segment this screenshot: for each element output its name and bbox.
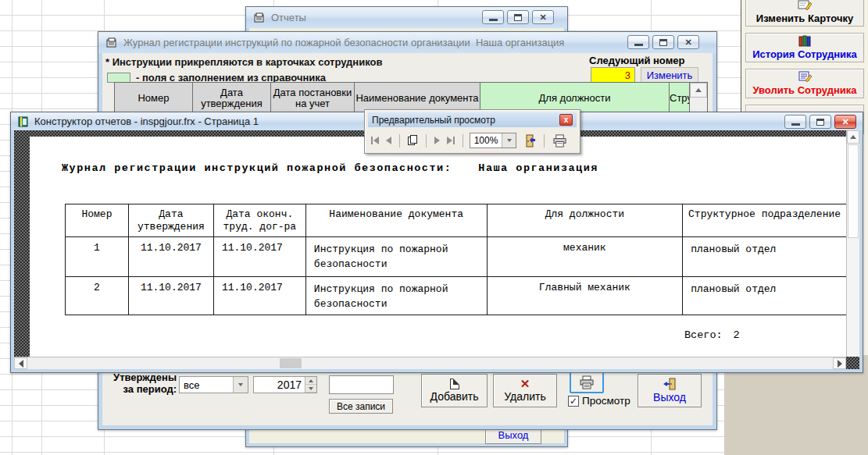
grid-header-number[interactable]: Номер (115, 83, 193, 114)
close-button[interactable]: ✕ (834, 115, 856, 129)
report-total: Всего:2 (684, 329, 751, 341)
last-page-button[interactable] (445, 135, 456, 146)
dismiss-document-icon (798, 71, 812, 83)
next-number-field[interactable]: 3 (591, 67, 635, 83)
preview-checkbox-row[interactable]: ✓ Просмотр (568, 395, 630, 407)
next-page-button[interactable] (433, 135, 441, 146)
last-page-icon (447, 137, 452, 144)
report-table: Номер Датаутверждения Дата оконч.труд. д… (65, 204, 847, 315)
preview-toolbar-titlebar[interactable]: Предварительный просмотр x (368, 112, 577, 127)
year-value: 2017 (254, 377, 305, 393)
panel-button-label: Изменить Карточку (756, 12, 853, 24)
spin-down-button[interactable] (305, 385, 316, 393)
minimize-button[interactable] (627, 35, 649, 49)
history-books-icon (798, 35, 812, 47)
maximize-icon (816, 119, 824, 126)
grid-header-approve-date[interactable]: Дата утверждения (193, 83, 271, 114)
previous-page-button[interactable] (384, 135, 393, 146)
print-button[interactable] (551, 133, 569, 149)
scroll-up-button[interactable] (690, 83, 707, 98)
dismiss-employee-button[interactable]: Уволить Сотрудника (745, 69, 864, 98)
minimize-button[interactable] (784, 115, 806, 129)
print-button[interactable] (570, 371, 604, 393)
edit-card-button[interactable]: Изменить Карточку (745, 0, 864, 27)
report-cell: 11.10.2017 (128, 237, 213, 277)
search-input[interactable] (329, 375, 394, 394)
report-organization: Наша организация (478, 162, 598, 174)
header-label: на учет (295, 98, 330, 109)
grid-header-department[interactable]: Структур (670, 83, 690, 114)
minimize-icon (634, 44, 643, 46)
report-cell: 1 (66, 237, 129, 277)
separator (426, 134, 427, 148)
scroll-thumb[interactable] (848, 144, 859, 238)
preview-checkbox-label: Просмотр (582, 395, 630, 407)
header-label: Структур (670, 93, 690, 104)
preview-toolbar-buttons: 100% (370, 130, 577, 151)
report-header-cell: Номер (66, 204, 129, 237)
designer-horizontal-scrollbar[interactable] (14, 357, 846, 369)
panel-button-label: Уволить Сотрудника (752, 84, 856, 96)
scroll-thumb[interactable] (280, 358, 302, 368)
close-button[interactable]: ✕ (677, 35, 699, 49)
scroll-left-button[interactable] (14, 357, 27, 369)
add-button[interactable]: Добавить (421, 374, 488, 407)
exit-door-icon (663, 378, 677, 390)
up-arrow-icon (695, 88, 702, 92)
period-combobox[interactable]: все (179, 376, 248, 393)
up-arrow-icon (850, 135, 856, 139)
add-label: Добавить (430, 390, 479, 403)
period-value: все (180, 377, 233, 393)
year-spinner[interactable]: 2017 (253, 376, 317, 393)
grid-header-register-date[interactable]: Дата постановки на учет (271, 83, 355, 114)
close-icon: ✕ (684, 38, 691, 47)
next-number-label: Следующий номер (589, 55, 684, 66)
bar-icon (453, 137, 455, 144)
report-header-cell: Наименование документа (305, 204, 487, 237)
header-label: Дата (220, 87, 243, 98)
delete-label: Удалить (504, 390, 545, 403)
exit-button[interactable]: Выход (638, 374, 702, 407)
maximize-button[interactable] (507, 10, 529, 24)
scroll-right-button[interactable] (833, 357, 846, 369)
report-header-cell: Структурное подразделение (683, 204, 847, 237)
zoom-value: 100% (470, 133, 502, 148)
close-button[interactable]: x (559, 114, 573, 126)
report-row: 1 11.10.2017 11.10.2017 Инструкция по по… (66, 237, 847, 277)
header-label: Номер (138, 93, 169, 104)
combo-dropdown-button[interactable] (233, 377, 248, 393)
journal-window-titlebar[interactable]: Журнал регистрации инструкций по пожарно… (98, 32, 716, 53)
report-icon (253, 12, 266, 23)
reports-window-title: Отчеты (271, 12, 306, 23)
maximize-button[interactable] (652, 35, 674, 49)
minimize-icon (791, 123, 800, 126)
all-records-button[interactable]: Все записи (329, 399, 393, 414)
maximize-button[interactable] (809, 115, 831, 129)
change-number-button[interactable]: Изменить (641, 67, 698, 83)
report-book-icon (18, 116, 29, 127)
checkbox-checked-icon[interactable]: ✓ (568, 396, 579, 407)
close-button[interactable]: ✕ (532, 10, 554, 24)
close-preview-button[interactable] (520, 133, 538, 149)
pages-button[interactable] (406, 133, 420, 148)
first-page-button[interactable] (370, 135, 380, 146)
employee-history-button[interactable]: История Сотрудника (745, 33, 864, 62)
grid-vertical-scrollbar[interactable] (690, 83, 707, 114)
zoom-dropdown-button[interactable] (502, 133, 516, 148)
report-cell: 11.10.2017 (128, 277, 213, 315)
scroll-up-button[interactable] (847, 130, 859, 144)
zoom-combobox[interactable]: 100% (470, 133, 516, 148)
minimize-button[interactable] (482, 10, 504, 24)
right-arrow-icon (838, 360, 842, 368)
edit-card-icon (798, 0, 812, 11)
preview-toolbar-title: Предварительный просмотр (372, 115, 559, 126)
delete-x-icon: ✕ (520, 379, 530, 389)
delete-button[interactable]: ✕ Удалить (493, 374, 557, 407)
designer-vertical-scrollbar[interactable] (846, 130, 859, 357)
report-header-cell: Для должности (487, 204, 683, 237)
exit-door-icon (522, 134, 536, 148)
screen: Изменить Карточку История Сотрудника Уво… (0, 0, 868, 455)
exit-label: Выход (653, 391, 686, 403)
spin-up-button[interactable] (305, 377, 316, 385)
left-arrow-icon (19, 360, 23, 368)
